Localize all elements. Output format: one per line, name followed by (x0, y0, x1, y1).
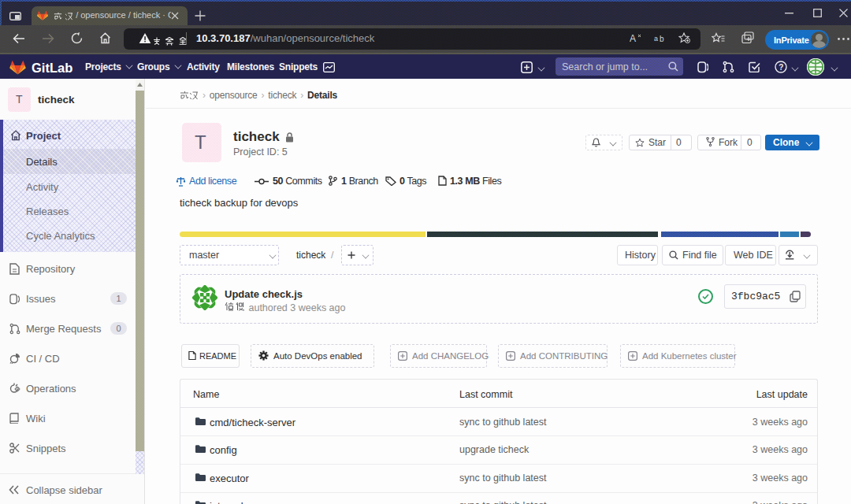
svg-text:b: b (660, 35, 664, 43)
svg-text:A: A (630, 33, 636, 43)
svg-text:?: ? (779, 63, 783, 72)
svg-text:a: a (654, 35, 658, 43)
